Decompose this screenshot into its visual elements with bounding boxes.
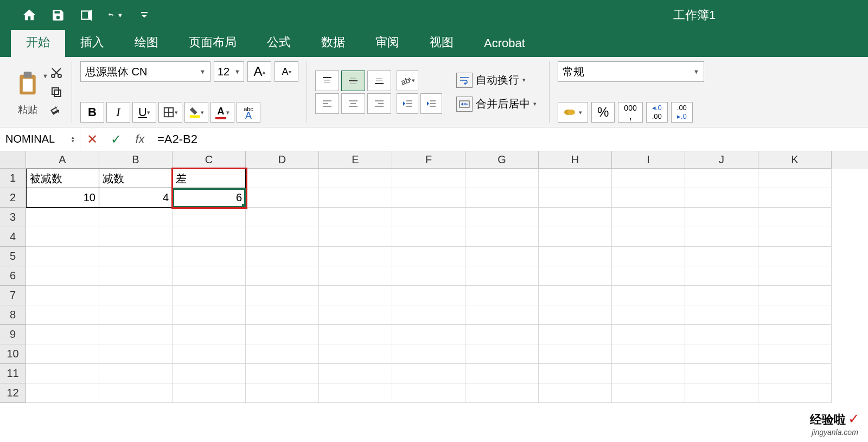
cell-E8[interactable]	[319, 305, 392, 325]
currency-button[interactable]: ▾	[558, 102, 588, 123]
cell-J11[interactable]	[685, 364, 758, 383]
cell-H10[interactable]	[539, 344, 612, 364]
cell-F2[interactable]	[392, 188, 465, 208]
tab-layout[interactable]: 页面布局	[174, 28, 252, 57]
copy-icon[interactable]	[49, 85, 63, 99]
col-header[interactable]: B	[99, 151, 173, 169]
cell-B5[interactable]	[99, 247, 173, 266]
align-bottom-button[interactable]	[367, 71, 391, 91]
bold-button[interactable]: B	[80, 102, 104, 123]
cell-K5[interactable]	[758, 247, 832, 266]
cell-G5[interactable]	[465, 247, 539, 266]
border-button[interactable]: ▾	[158, 102, 182, 123]
cell-I10[interactable]	[612, 344, 685, 364]
cell-A12[interactable]	[26, 383, 99, 403]
cell-I11[interactable]	[612, 364, 685, 383]
increase-decimal-button[interactable]: ◂.0.00	[646, 102, 668, 123]
cell-I6[interactable]	[612, 266, 685, 286]
cell-E11[interactable]	[319, 364, 392, 383]
row-header[interactable]: 2	[0, 188, 26, 208]
cell-D3[interactable]	[246, 208, 319, 227]
cell-H2[interactable]	[539, 188, 612, 208]
cell-F8[interactable]	[392, 305, 465, 325]
cell-H6[interactable]	[539, 266, 612, 286]
row-header[interactable]: 8	[0, 305, 26, 325]
cell-A10[interactable]	[26, 344, 99, 364]
cell-J10[interactable]	[685, 344, 758, 364]
cell-K12[interactable]	[758, 383, 832, 403]
cell-D11[interactable]	[246, 364, 319, 383]
tab-review[interactable]: 审阅	[360, 28, 414, 57]
cell-K9[interactable]	[758, 325, 832, 344]
cell-B6[interactable]	[99, 266, 173, 286]
comma-button[interactable]: 000,	[618, 102, 642, 123]
orientation-button[interactable]: ab ▾	[397, 71, 418, 91]
tab-home[interactable]: 开始	[11, 28, 65, 57]
cell-F10[interactable]	[392, 344, 465, 364]
row-header[interactable]: 4	[0, 227, 26, 247]
cell-I7[interactable]	[612, 286, 685, 305]
cell-E9[interactable]	[319, 325, 392, 344]
cell-K6[interactable]	[758, 266, 832, 286]
cell-K11[interactable]	[758, 364, 832, 383]
cell-A5[interactable]	[26, 247, 99, 266]
cell-I4[interactable]	[612, 227, 685, 247]
cell-E7[interactable]	[319, 286, 392, 305]
cell-F12[interactable]	[392, 383, 465, 403]
customize-qat-icon[interactable]	[137, 8, 152, 23]
tab-view[interactable]: 视图	[414, 28, 469, 57]
cell-J6[interactable]	[685, 266, 758, 286]
cell-B10[interactable]	[99, 344, 173, 364]
underline-button[interactable]: U▾	[132, 102, 156, 123]
cell-F7[interactable]	[392, 286, 465, 305]
cell-D12[interactable]	[246, 383, 319, 403]
cell-D2[interactable]	[246, 188, 319, 208]
save-icon[interactable]	[50, 8, 66, 23]
cell-F4[interactable]	[392, 227, 465, 247]
cell-G6[interactable]	[465, 266, 539, 286]
cell-A4[interactable]	[26, 227, 99, 247]
cell-C8[interactable]	[173, 305, 246, 325]
align-middle-button[interactable]	[341, 71, 365, 91]
cell-H3[interactable]	[539, 208, 612, 227]
cell-J1[interactable]	[685, 169, 758, 188]
cell-I9[interactable]	[612, 325, 685, 344]
cell-J9[interactable]	[685, 325, 758, 344]
cell-K3[interactable]	[758, 208, 832, 227]
cell-A11[interactable]	[26, 364, 99, 383]
cell-B4[interactable]	[99, 227, 173, 247]
tab-draw[interactable]: 绘图	[119, 28, 174, 57]
paste-button[interactable]: ▼	[14, 68, 42, 101]
cell-K10[interactable]	[758, 344, 832, 364]
cell-E5[interactable]	[319, 247, 392, 266]
merge-center-button[interactable]: 合并后居中▾	[452, 94, 541, 114]
cell-H11[interactable]	[539, 364, 612, 383]
cell-J3[interactable]	[685, 208, 758, 227]
cell-H8[interactable]	[539, 305, 612, 325]
cell-C11[interactable]	[173, 364, 246, 383]
cell-A6[interactable]	[26, 266, 99, 286]
cell-I2[interactable]	[612, 188, 685, 208]
row-header[interactable]: 11	[0, 364, 26, 383]
cell-E1[interactable]	[319, 169, 392, 188]
cell-C9[interactable]	[173, 325, 246, 344]
cell-G9[interactable]	[465, 325, 539, 344]
decrease-decimal-button[interactable]: .00▸.0	[671, 102, 693, 123]
tab-formulas[interactable]: 公式	[252, 28, 306, 57]
cell-H4[interactable]	[539, 227, 612, 247]
cell-B1[interactable]: 减数	[99, 169, 173, 188]
cell-E2[interactable]	[319, 188, 392, 208]
cell-K7[interactable]	[758, 286, 832, 305]
wrap-text-button[interactable]: 自动换行▾	[452, 70, 541, 91]
cell-C10[interactable]	[173, 344, 246, 364]
cell-K8[interactable]	[758, 305, 832, 325]
cell-G7[interactable]	[465, 286, 539, 305]
cell-H7[interactable]	[539, 286, 612, 305]
cell-C1[interactable]: 差	[173, 169, 246, 188]
tab-acrobat[interactable]: Acrobat	[469, 30, 540, 57]
row-header[interactable]: 5	[0, 247, 26, 266]
cell-B3[interactable]	[99, 208, 173, 227]
align-center-button[interactable]	[341, 93, 365, 114]
cell-A7[interactable]	[26, 286, 99, 305]
accept-formula-button[interactable]: ✓	[104, 127, 128, 151]
